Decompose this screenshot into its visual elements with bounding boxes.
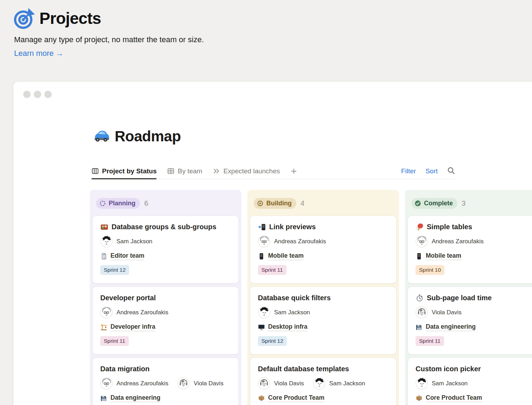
card-assignees: Viola Davis (416, 306, 532, 319)
card-assignees: Andreas Zaroufakis (416, 235, 532, 248)
tab-label: Project by Status (102, 167, 157, 175)
learn-more-link[interactable]: Learn more → (14, 49, 64, 58)
assignee-name: Viola Davis (432, 309, 462, 316)
status-pill-building[interactable]: Building (254, 198, 296, 209)
filter-button[interactable]: Filter (401, 167, 416, 175)
target-logo-icon (13, 7, 36, 30)
sort-button[interactable]: Sort (425, 167, 438, 175)
tab-expected-launches[interactable]: Expected launches (213, 163, 280, 179)
card-developer-portal[interactable]: Developer portalAndreas ZaroufakisDevelo… (93, 287, 239, 354)
card-database-quick-filters[interactable]: Database quick filtersSam JacksonDesktop… (250, 287, 396, 354)
team-link[interactable]: Mobile team (416, 252, 532, 260)
assignee-name: Andreas Zaroufakis (274, 238, 326, 245)
column-count: 4 (300, 199, 304, 207)
team-link[interactable]: Desktop infra (258, 323, 388, 331)
card-title-text: Developer portal (100, 294, 156, 302)
avatar-viola-icon (177, 377, 190, 390)
status-pill-planning[interactable]: Planning (96, 198, 140, 209)
page-title: Projects (39, 9, 101, 28)
avatar-viola-icon (258, 377, 270, 390)
card-title-text: Default database templates (258, 365, 349, 373)
team-link[interactable]: Editor team (100, 252, 231, 260)
card-database-groups-sub-groups[interactable]: Database groups & sub-groupsSam JacksonE… (93, 216, 239, 283)
card-link-previews[interactable]: Link previewsAndreas ZaroufakisMobile te… (250, 216, 396, 283)
card-data-migration[interactable]: Data migrationAndreas ZaroufakisViola Da… (93, 358, 239, 405)
assignee-name: Andreas Zaroufakis (116, 309, 168, 316)
column-title: Complete (424, 200, 453, 207)
window-controls (23, 91, 52, 98)
dashed-circle-icon (99, 200, 106, 207)
card-assignees: Sam Jackson (258, 306, 388, 319)
assignee-name: Andreas Zaroufakis (432, 238, 483, 245)
team-link[interactable]: Core Product Team (258, 394, 388, 402)
card-title-text: Database quick filters (258, 294, 331, 302)
card-default-database-templates[interactable]: Default database templatesViola DavisSam… (250, 358, 396, 405)
ping-pong-icon (416, 223, 424, 231)
assignee-name: Viola Davis (274, 380, 304, 387)
assignee: Sam Jackson (100, 235, 152, 248)
assignee-name: Sam Jackson (274, 309, 310, 316)
search-button[interactable] (447, 167, 455, 176)
assignee: Andreas Zaroufakis (416, 235, 483, 248)
card-title: Sub-page load time (416, 294, 532, 302)
card-custom-icon-picker[interactable]: Custom icon pickerSam JacksonCore Produc… (408, 358, 532, 405)
team-link[interactable]: Data engineering (416, 323, 532, 331)
card-title: Database groups & sub-groups (100, 223, 231, 231)
column-building: Building4Link previewsAndreas Zaroufakis… (247, 190, 399, 405)
assignee: Andreas Zaroufakis (100, 377, 168, 390)
team-label: Core Product Team (268, 394, 324, 402)
assignee: Viola Davis (258, 377, 304, 390)
team-label: Core Product Team (426, 394, 482, 402)
page-subtitle: Manage any type of project, no matter th… (14, 35, 204, 44)
window-dot (34, 91, 41, 98)
assignee: Sam Jackson (258, 306, 310, 319)
avatar-sam-icon (258, 306, 270, 319)
team-link[interactable]: Developer infra (100, 323, 231, 331)
tab-by-team[interactable]: By team (167, 163, 202, 179)
add-view-button[interactable] (290, 163, 297, 179)
mobile-phone-icon (416, 253, 423, 260)
column-header: Building4 (250, 198, 396, 209)
status-pill-complete[interactable]: Complete (411, 198, 457, 209)
window-dot (44, 91, 52, 98)
document-body: Roadmap Project by StatusBy teamExpected… (90, 82, 532, 405)
team-label: Data engineering (426, 323, 476, 331)
team-label: Desktop infra (268, 323, 308, 331)
card-title: Data migration (100, 365, 231, 373)
avatar-sam-icon (100, 235, 113, 248)
card-title-text: Database groups & sub-groups (112, 223, 216, 231)
team-link[interactable]: Mobile team (258, 252, 388, 260)
team-link[interactable]: Data engineering (100, 394, 231, 402)
page-icon (100, 253, 107, 260)
assignee: Viola Davis (177, 377, 223, 390)
card-sub-page-load-time[interactable]: Sub-page load timeViola DavisData engine… (408, 287, 532, 354)
card-title: Link previews (258, 223, 388, 231)
assignee-name: Viola Davis (194, 380, 223, 387)
team-label: Mobile team (268, 252, 304, 260)
assignee-name: Andreas Zaroufakis (116, 380, 168, 387)
assignee: Andreas Zaroufakis (100, 306, 168, 319)
package-icon (258, 395, 265, 402)
phone-arrow-icon (258, 223, 266, 231)
search-icon (447, 167, 455, 174)
team-label: Data engineering (110, 394, 160, 402)
avatar-sam-icon (416, 377, 428, 390)
card-title: Default database templates (258, 365, 388, 373)
card-title: Database quick filters (258, 294, 388, 302)
card-assignees: Viola DavisSam Jackson (258, 377, 388, 390)
column-planning: Planning6Database groups & sub-groupsSam… (90, 190, 241, 405)
team-link[interactable]: Core Product Team (416, 394, 532, 402)
tab-label: Expected launches (223, 167, 280, 175)
assignee: Sam Jackson (416, 377, 468, 390)
page-header: Projects Manage any type of project, no … (13, 7, 204, 58)
card-simple-tables[interactable]: Simple tablesAndreas ZaroufakisMobile te… (408, 216, 532, 283)
column-count: 3 (462, 199, 466, 207)
avatar-andreas-icon (100, 306, 113, 319)
assignee: Viola Davis (416, 306, 462, 319)
stopwatch-icon (416, 294, 424, 302)
tab-project-by-status[interactable]: Project by Status (91, 163, 157, 179)
window-dot (23, 91, 31, 98)
view-tabbar: Project by StatusBy teamExpected launche… (91, 163, 455, 179)
sprint-tag: Sprint 12 (100, 265, 129, 275)
sprint-tag: Sprint 11 (416, 336, 444, 346)
